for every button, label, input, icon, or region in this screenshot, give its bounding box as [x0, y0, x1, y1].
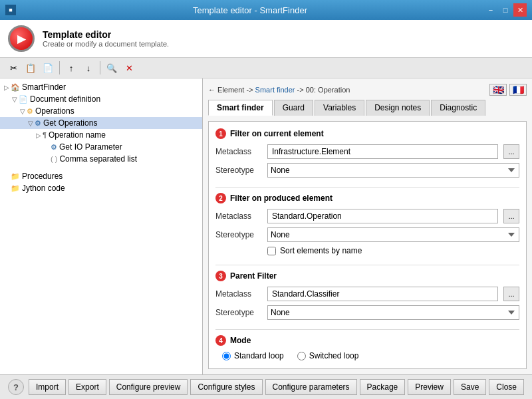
- stereotype-label-2: Stereotype: [215, 230, 262, 239]
- tree-panel: ▷ 🏠 SmartFinder ▽ 📄 Document definition …: [0, 78, 203, 374]
- filter1-metaclass-ellipsis[interactable]: ...: [503, 144, 519, 159]
- mode-radio-row: Standard loop Switched loop: [215, 351, 519, 360]
- header-text: Template editor Create or modify a docum…: [43, 29, 169, 48]
- divider-2: [215, 265, 519, 265]
- header-subtitle: Create or modify a document template.: [43, 40, 169, 48]
- help-button[interactable]: ?: [8, 379, 24, 395]
- tree-item-comma-list[interactable]: ( ) Comma separated list: [0, 153, 202, 165]
- section-1-title: Filter on current element: [230, 129, 324, 138]
- filter3-metaclass-input[interactable]: [267, 287, 498, 301]
- tab-guard[interactable]: Guard: [274, 100, 313, 116]
- paragraph-icon: ¶: [43, 131, 47, 139]
- tree-item-get-io[interactable]: ⚙ Get IO Parameter: [0, 141, 202, 153]
- package-button[interactable]: Package: [360, 379, 406, 395]
- configure-styles-button[interactable]: Configure styles: [190, 379, 262, 395]
- filter-current-element: 1 Filter on current element Metaclass ..…: [215, 128, 519, 178]
- search-button[interactable]: 🔍: [104, 61, 120, 75]
- metaclass-label-2: Metaclass: [215, 211, 262, 221]
- tree-item-operations[interactable]: ▽ ⚙ Operations: [0, 105, 202, 117]
- section-1-header: 1 Filter on current element: [215, 128, 519, 139]
- filter3-metaclass-row: Metaclass ...: [215, 287, 519, 301]
- jython-folder-icon: 📁: [11, 184, 20, 193]
- export-button[interactable]: Export: [68, 379, 106, 395]
- configure-parameters-button[interactable]: Configure parameters: [265, 379, 357, 395]
- filter2-metaclass-input[interactable]: [267, 209, 498, 223]
- configure-preview-button[interactable]: Configure preview: [109, 379, 188, 395]
- filter1-metaclass-row: Metaclass ...: [215, 144, 519, 159]
- sort-by-name-checkbox[interactable]: [267, 247, 276, 255]
- paste-button[interactable]: 📄: [40, 61, 56, 75]
- filter2-stereotype-row: Stereotype None: [215, 227, 519, 242]
- tree-item-smartfinder[interactable]: ▷ 🏠 SmartFinder: [0, 81, 202, 93]
- comma-list-icon: ( ): [51, 155, 57, 163]
- maximize-button[interactable]: □: [499, 3, 512, 17]
- flag-french[interactable]: 🇫🇷: [509, 84, 527, 96]
- tree-label: Jython code: [22, 184, 65, 193]
- copy-button[interactable]: 📋: [23, 61, 39, 75]
- breadcrumb-path: ← Element -> Smart finder -> 00: Operati…: [208, 86, 350, 94]
- close-button-bottom[interactable]: Close: [489, 379, 524, 395]
- sort-by-name-row: Sort elements by name: [215, 246, 519, 255]
- app-logo: ▶: [8, 25, 35, 52]
- bottom-buttons: Import Export Configure preview Configur…: [29, 379, 524, 395]
- tree-label: Operation name: [49, 130, 106, 140]
- move-down-button[interactable]: ↓: [80, 61, 96, 75]
- save-button[interactable]: Save: [454, 379, 486, 395]
- switched-loop-option[interactable]: Switched loop: [297, 351, 359, 360]
- filter2-stereotype-select[interactable]: None: [267, 227, 519, 242]
- import-button[interactable]: Import: [29, 379, 66, 395]
- tab-design-notes[interactable]: Design notes: [366, 100, 430, 116]
- tree-item-op-name[interactable]: ▷ ¶ Operation name: [0, 129, 202, 141]
- home-icon: 🏠: [11, 83, 20, 92]
- stereotype-label-3: Stereotype: [215, 308, 262, 317]
- section-4-header: 4 Mode: [215, 335, 519, 346]
- filter3-metaclass-ellipsis[interactable]: ...: [503, 287, 519, 301]
- tree-label: Comma separated list: [59, 154, 137, 164]
- standard-loop-radio[interactable]: [222, 352, 231, 360]
- stereotype-label-1: Stereotype: [215, 166, 262, 175]
- flag-english[interactable]: 🇬🇧: [489, 84, 507, 96]
- tree-label: Procedures: [22, 172, 63, 181]
- tree-item-jython[interactable]: 📁 Jython code: [0, 182, 202, 194]
- switched-loop-radio[interactable]: [297, 352, 306, 360]
- filter3-stereotype-select[interactable]: None: [267, 305, 519, 320]
- tree-label: Operations: [35, 106, 74, 116]
- tree-label: Document definition: [30, 94, 100, 104]
- filter1-metaclass-input[interactable]: [267, 144, 498, 159]
- title-bar: ■ Template editor - SmartFinder − □ ✕: [0, 0, 532, 20]
- tab-smart-finder[interactable]: Smart finder: [208, 100, 273, 116]
- procedures-folder-icon: 📁: [11, 172, 20, 181]
- tree-expand-icon: ▷: [3, 84, 11, 91]
- metaclass-label-1: Metaclass: [215, 147, 262, 156]
- tree-item-get-operations[interactable]: ▽ ⚙ Get Operations: [0, 117, 202, 129]
- tree-expand-icon: ▽: [11, 96, 19, 103]
- bottom-bar: ? Import Export Configure preview Config…: [0, 374, 532, 399]
- tree-label: Get Operations: [43, 118, 97, 128]
- tab-diagnostic[interactable]: Diagnostic: [431, 100, 485, 116]
- filter2-metaclass-ellipsis[interactable]: ...: [503, 209, 519, 223]
- preview-button[interactable]: Preview: [408, 379, 451, 395]
- section-2-header: 2 Filter on produced element: [215, 193, 519, 203]
- filter1-stereotype-select[interactable]: None: [267, 163, 519, 178]
- header: ▶ Template editor Create or modify a doc…: [0, 20, 532, 58]
- delete-button[interactable]: ✕: [121, 61, 137, 75]
- metaclass-label-3: Metaclass: [215, 289, 262, 299]
- breadcrumb-smartfinder: Smart finder: [255, 86, 295, 94]
- close-button[interactable]: ✕: [513, 3, 527, 17]
- cut-button[interactable]: ✂: [5, 61, 21, 75]
- language-flags: 🇬🇧 🇫🇷: [489, 84, 527, 96]
- tree-expand-icon: ▽: [27, 120, 35, 127]
- right-panel: ← Element -> Smart finder -> 00: Operati…: [203, 78, 532, 374]
- standard-loop-option[interactable]: Standard loop: [222, 351, 284, 360]
- window-title: Template editor - SmartFinder: [16, 5, 484, 15]
- standard-loop-label: Standard loop: [234, 351, 284, 360]
- tab-variables[interactable]: Variables: [315, 100, 364, 116]
- tree-label: SmartFinder: [22, 82, 66, 92]
- get-io-icon: ⚙: [51, 143, 57, 152]
- minimize-button[interactable]: −: [484, 3, 497, 17]
- tree-item-procedures[interactable]: 📁 Procedures: [0, 170, 202, 182]
- tree-item-docdef[interactable]: ▽ 📄 Document definition: [0, 93, 202, 105]
- header-title: Template editor: [43, 29, 169, 40]
- move-up-button[interactable]: ↑: [63, 61, 79, 75]
- operations-icon: ⚙: [27, 107, 33, 116]
